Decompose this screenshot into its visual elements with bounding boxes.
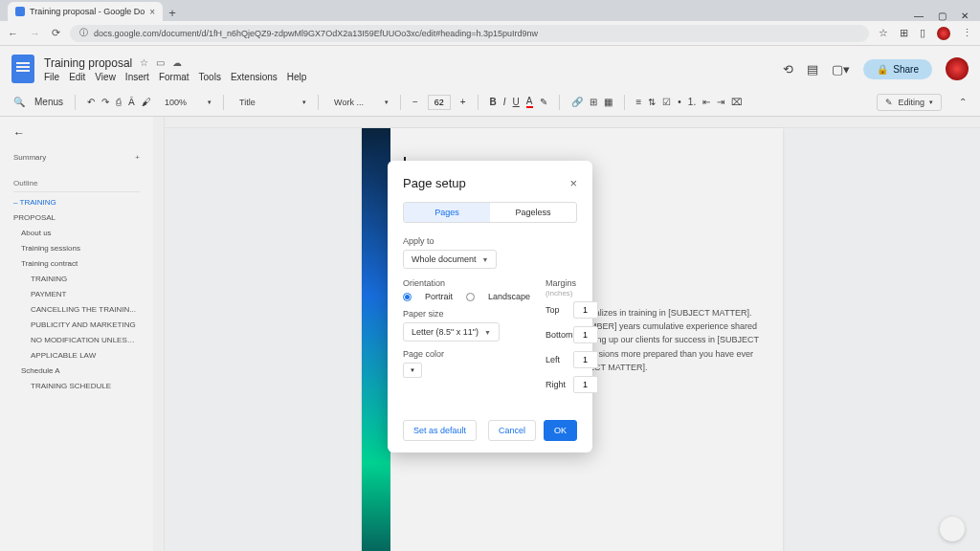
dialog-title: Page setup — [403, 176, 466, 190]
cancel-button[interactable]: Cancel — [488, 420, 536, 441]
margins-label: Margins (inches) — [546, 278, 598, 298]
page-color-select[interactable]: ▼ — [403, 363, 422, 378]
margin-right-label: Right — [546, 380, 566, 389]
paper-size-label: Paper size — [403, 309, 530, 319]
dialog-close-icon[interactable]: × — [569, 176, 577, 190]
margin-top-input[interactable] — [573, 301, 598, 319]
set-default-button[interactable]: Set as default — [403, 420, 477, 441]
apply-to-label: Apply to — [403, 236, 577, 246]
margin-left-input[interactable] — [573, 351, 598, 368]
paper-size-select[interactable]: Letter (8.5" x 11") ▼ — [403, 322, 500, 342]
page-color-label: Page color — [403, 349, 530, 359]
margin-right-input[interactable] — [573, 376, 598, 393]
tab-pageless[interactable]: Pageless — [490, 203, 576, 222]
page-setup-dialog: Page setup × Pages Pageless Apply to Who… — [388, 161, 592, 452]
margin-bottom-label: Bottom — [546, 330, 573, 340]
chevron-down-icon: ▼ — [482, 256, 489, 263]
orientation-label: Orientation — [403, 278, 530, 288]
margin-left-label: Left — [546, 355, 560, 364]
margin-bottom-input[interactable] — [573, 326, 598, 343]
ok-button[interactable]: OK — [544, 420, 577, 441]
apply-to-select[interactable]: Whole document ▼ — [403, 250, 497, 269]
dialog-tabs: Pages Pageless — [403, 202, 577, 223]
radio-portrait[interactable] — [403, 293, 412, 301]
margin-top-label: Top — [546, 305, 560, 315]
tab-pages[interactable]: Pages — [404, 203, 490, 222]
radio-landscape[interactable] — [466, 293, 475, 301]
chevron-down-icon: ▼ — [484, 329, 491, 336]
